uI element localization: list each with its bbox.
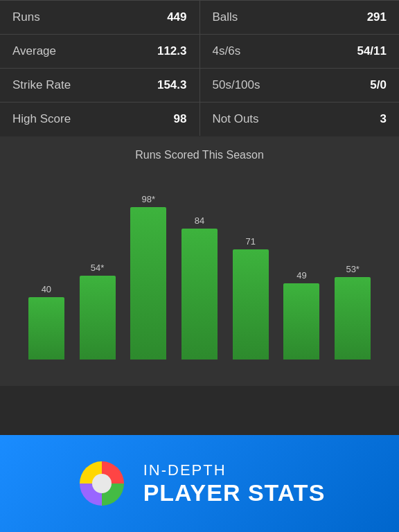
stat-label: Balls bbox=[213, 10, 238, 24]
stat-label: Strike Rate bbox=[12, 78, 71, 92]
stat-row-left-0: Runs 449 bbox=[0, 1, 200, 35]
stat-label: Not Outs bbox=[213, 112, 259, 126]
banner-line1: IN-DEPTH bbox=[143, 461, 227, 479]
banner-line2: PLAYER STATS bbox=[143, 479, 326, 506]
left-stats: Runs 449 Average 112.3 Strike Rate 154.3… bbox=[0, 1, 200, 136]
stat-row-left-2: Strike Rate 154.3 bbox=[0, 69, 200, 103]
bar-6 bbox=[335, 277, 371, 360]
bar-label-4: 71 bbox=[246, 236, 256, 247]
bar-2 bbox=[130, 207, 166, 360]
app-logo-icon bbox=[74, 456, 130, 511]
stat-label: High Score bbox=[12, 112, 71, 126]
bar-0 bbox=[28, 297, 64, 360]
stat-label: 4s/6s bbox=[213, 44, 241, 58]
bar-wrapper-0: 40 bbox=[21, 172, 72, 360]
bar-wrapper-2: 98* bbox=[123, 172, 174, 360]
bar-wrapper-6: 53* bbox=[327, 172, 378, 360]
bar-label-2: 98* bbox=[142, 194, 156, 204]
bar-4 bbox=[233, 249, 269, 360]
bar-wrapper-3: 84 bbox=[174, 172, 225, 360]
bar-label-5: 49 bbox=[296, 270, 306, 281]
stat-value: 154.3 bbox=[157, 78, 187, 92]
stat-value: 291 bbox=[367, 10, 387, 24]
stat-label: Runs bbox=[12, 10, 40, 24]
banner-text-block: IN-DEPTH PLAYER STATS bbox=[143, 461, 326, 506]
bar-5 bbox=[283, 283, 319, 360]
chart-area: 40 54* 98* 84 71 49 53* bbox=[14, 172, 385, 360]
chart-section: Runs Scored This Season 40 54* 98* 84 71… bbox=[0, 136, 399, 386]
stat-value: 98 bbox=[174, 112, 187, 126]
stat-value: 54/11 bbox=[357, 44, 387, 58]
stat-value: 112.3 bbox=[157, 44, 187, 58]
stat-row-right-1: 4s/6s 54/11 bbox=[200, 35, 400, 69]
chart-title: Runs Scored This Season bbox=[14, 149, 385, 161]
bar-label-0: 40 bbox=[42, 284, 51, 294]
stat-value: 449 bbox=[167, 10, 186, 24]
stat-value: 5/0 bbox=[370, 78, 387, 92]
stat-label: 50s/100s bbox=[213, 78, 260, 92]
bar-1 bbox=[80, 276, 116, 360]
stat-row-right-3: Not Outs 3 bbox=[200, 103, 400, 136]
stat-row-left-1: Average 112.3 bbox=[0, 35, 200, 69]
stats-section: Runs 449 Average 112.3 Strike Rate 154.3… bbox=[0, 1, 399, 136]
stat-row-right-0: Balls 291 bbox=[200, 1, 400, 35]
right-stats: Balls 291 4s/6s 54/11 50s/100s 5/0 Not O… bbox=[200, 1, 400, 136]
bottom-banner: IN-DEPTH PLAYER STATS bbox=[0, 435, 399, 532]
stat-value: 3 bbox=[380, 112, 387, 126]
bar-label-3: 84 bbox=[195, 215, 204, 226]
bar-label-1: 54* bbox=[91, 263, 105, 273]
bar-wrapper-1: 54* bbox=[72, 172, 123, 360]
bar-wrapper-5: 49 bbox=[276, 172, 328, 360]
bar-3 bbox=[181, 229, 218, 360]
svg-point-0 bbox=[92, 474, 112, 493]
stat-row-right-2: 50s/100s 5/0 bbox=[200, 69, 400, 103]
bar-label-6: 53* bbox=[346, 264, 360, 274]
stat-label: Average bbox=[12, 44, 56, 58]
stat-row-left-3: High Score 98 bbox=[0, 103, 200, 136]
bar-wrapper-4: 71 bbox=[225, 172, 276, 360]
